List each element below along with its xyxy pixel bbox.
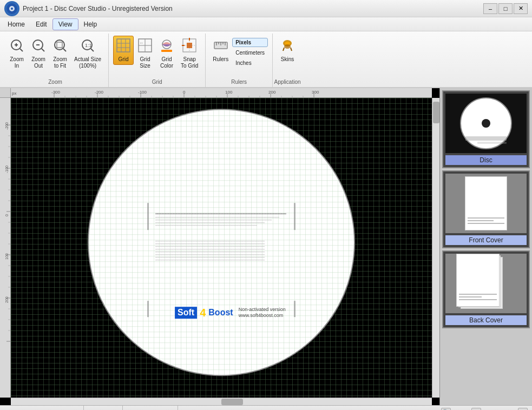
right-panel: Disc Front Cover [440,88,532,405]
svg-text:200: 200 [268,90,276,95]
main-area: px -300 -200 -100 0 100 200 300 [0,88,532,405]
grid-canvas[interactable]: Soft 4 Boost Non-activated version www.s… [11,98,432,398]
toolbar: ZoomIn ZoomOut [0,31,532,88]
zoom-out-button[interactable]: ZoomOut [28,36,49,71]
inches-option[interactable]: Inches [232,58,268,68]
svg-point-41 [284,44,291,49]
scrollbar-bottom[interactable] [11,398,432,405]
menu-help[interactable]: Help [78,19,103,30]
watermark-4: 4 [200,307,206,319]
svg-text:100: 100 [225,90,233,95]
zoom-in-button[interactable]: ZoomIn [6,36,27,71]
rulers-icon [213,38,228,55]
svg-text:-100: -100 [138,90,147,95]
watermark-sub1: Non-activated version [239,307,286,313]
menu-edit[interactable]: Edit [30,19,52,30]
svg-point-10 [55,40,64,50]
svg-text:-100: -100 [5,166,9,173]
grid-button[interactable]: Grid [113,36,134,65]
scrollbar-right[interactable] [432,98,439,398]
toolbar-group-skins: Skins Application [273,34,302,87]
maximize-button[interactable]: □ [498,3,513,14]
grid-buttons: Grid ↔ GridSize [113,34,201,81]
centimeters-option[interactable]: Centimeters [232,48,268,57]
zoom-to-fit-icon [52,38,68,55]
grid-color-icon [159,38,174,55]
svg-text:px: px [12,91,16,96]
svg-line-42 [283,48,284,51]
svg-text:200: 200 [5,296,9,303]
svg-text:-300: -300 [51,90,61,95]
zoom-to-fit-button[interactable]: Zoomto Fit [50,36,70,71]
window-title: Project 1 - Disc Cover Studio - Unregist… [23,5,173,12]
snap-to-grid-label: SnapTo Grid [181,56,198,69]
zoom-increase-button[interactable]: + [518,408,528,411]
grid-size-button[interactable]: ↔ GridSize [135,36,155,71]
toolbar-group-zoom: ZoomIn ZoomOut [2,34,109,87]
rulers-button[interactable]: Rulers [210,36,231,65]
rulers-label: Rulers [213,56,228,63]
watermark-info: Non-activated version www.soft4boost.com [239,307,286,319]
grid-label: Grid [119,56,129,63]
svg-rect-44 [11,88,432,98]
skins-buttons: Skins [277,34,298,75]
close-button[interactable]: ✕ [514,3,528,14]
grid-color-button[interactable]: GridColor [156,36,177,71]
svg-line-9 [42,49,44,51]
skins-button[interactable]: Skins [277,36,298,65]
app-icon [4,1,19,16]
corner-box [0,88,11,98]
svg-text:↔: ↔ [139,41,143,45]
zoom-magnifier-icon[interactable]: 🔍 [441,408,451,411]
disc-card[interactable]: Disc [442,90,530,168]
svg-text:0: 0 [183,90,186,95]
project-status: Project: DVD Case Clear [4,406,84,410]
svg-rect-11 [57,42,62,48]
pixels-option[interactable]: Pixels [232,38,268,47]
title-bar-left: Project 1 - Disc Cover Studio - Unregist… [4,1,173,16]
zoom-in-label: ZoomIn [10,56,24,69]
grid-group-label: Grid [109,79,205,85]
menu-view[interactable]: View [52,18,78,30]
svg-text:-200: -200 [95,90,104,95]
zoom-status: 🔍 100% – + [441,408,528,411]
skins-label: Skins [281,56,294,63]
selection-status: Selection: None [123,406,179,410]
zoom-buttons: ZoomIn ZoomOut [6,34,104,81]
actual-size-label: Actual Size(100%) [74,56,101,69]
rulers-group-label: Rulers [206,79,272,85]
watermark-soft: Soft [175,307,197,319]
back-cover-thumb [445,254,527,313]
snap-to-grid-icon [182,38,197,55]
snap-to-grid-button[interactable]: SnapTo Grid [178,36,201,71]
grid-size-icon: ↔ [137,38,153,55]
back-cover-label: Back Cover [445,315,527,325]
svg-text:100: 100 [5,253,9,260]
grid-size-label: GridSize [140,56,150,69]
skins-icon [280,38,295,55]
svg-line-43 [291,48,292,51]
toolbar-group-grid: Grid ↔ GridSize [109,34,206,87]
skins-group-label: Application [273,79,302,85]
zoom-in-icon [9,38,24,55]
svg-line-12 [63,49,66,51]
back-cover-card[interactable]: Back Cover [442,250,530,328]
svg-text:-200: -200 [5,122,9,130]
watermark-sub2: www.soft4boost.com [239,313,286,320]
toolbar-group-rulers: Rulers Pixels Centimeters Inches Rulers [206,34,273,87]
zoom-out-icon [31,38,46,55]
front-cover-card[interactable]: Front Cover [442,170,530,248]
svg-rect-16 [117,39,130,52]
menu-home[interactable]: Home [2,19,30,30]
status-bar: Project: DVD Case Clear Page: 1/3 Select… [0,405,532,410]
minimize-button[interactable]: – [483,3,497,14]
canvas-container[interactable]: px -300 -200 -100 0 100 200 300 [0,88,440,405]
grid-icon [116,38,131,55]
zoom-group-label: Zoom [2,79,108,85]
zoom-to-fit-label: Zoomto Fit [53,56,67,69]
actual-size-button[interactable]: 1:1 Actual Size(100%) [71,36,104,71]
svg-rect-26 [161,50,172,52]
zoom-decrease-button[interactable]: – [471,408,481,411]
page-status: Page: 1/3 [84,406,123,410]
menu-bar: Home Edit View Help [0,17,532,31]
